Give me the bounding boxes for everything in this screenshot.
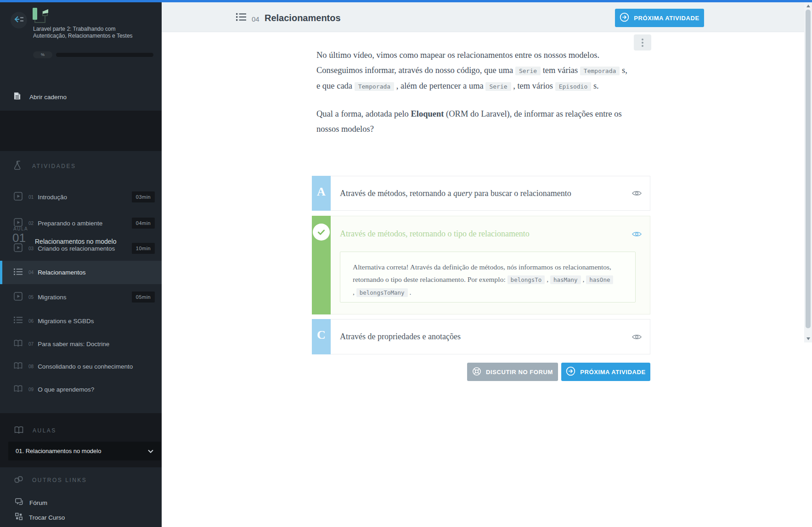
video-icon [14, 192, 23, 202]
item-title: Introdução [38, 194, 67, 201]
option-text: Através de propriedades e anotações [340, 332, 461, 342]
eye-icon[interactable] [632, 334, 642, 340]
chat-icon [15, 498, 23, 507]
discuss-forum-button[interactable]: DISCUTIR NO FORUM [467, 363, 558, 381]
grid-icon [15, 513, 23, 522]
item-title: Migrations e SGBDs [38, 318, 94, 325]
item-number: 09 [28, 387, 34, 392]
activity-number: 04 [252, 15, 259, 23]
duration-badge: 10min [132, 243, 155, 254]
forum-link[interactable]: Fórum [0, 496, 162, 510]
sidebar-item-o-que-aprendemos[interactable]: 09 O que aprendemos? [0, 377, 162, 401]
video-icon [14, 218, 23, 229]
book-icon [14, 426, 23, 436]
lesson-select-value: 01. Relacionamentos no modelo [16, 448, 101, 454]
scrollbar [804, 2, 812, 342]
top-accent-bar [0, 0, 812, 2]
activity-header-bar: 04 Relacionamentos PRÓXIMA ATIVIDADE [162, 2, 812, 32]
kebab-menu-button[interactable] [634, 34, 651, 50]
aulas-header-label: AULAS [33, 427, 56, 434]
scroll-up-arrow[interactable] [804, 3, 812, 9]
course-title: Laravel parte 2: Trabalhando com Autenti… [33, 26, 135, 39]
question-text: No último vídeo, vimos como mapear os re… [316, 48, 629, 137]
item-title: Migrations [38, 294, 66, 301]
item-number: 01 [28, 195, 34, 200]
list-icon [14, 316, 23, 325]
duration-badge: 03min [132, 191, 155, 202]
document-icon [14, 92, 21, 102]
sidebar-item-relacionamentos-active[interactable]: 04 Relacionamentos [0, 261, 162, 284]
correct-option-text: Através de métodos, retornando o tipo de… [340, 229, 530, 239]
sidebar-item-migrations[interactable]: 05 Migrations 05min [0, 285, 162, 309]
next-activity-button-bottom[interactable]: PRÓXIMA ATIVIDADE [561, 363, 650, 381]
arrow-right-circle-icon [566, 366, 575, 377]
answer-option-correct[interactable]: Através de métodos, retornando o tipo de… [312, 216, 650, 314]
sidebar-item-migrations-e-sgbds[interactable]: 06 Migrations e SGBDs [0, 309, 162, 333]
duration-badge: 05min [132, 292, 155, 303]
item-title: O que aprendemos? [38, 386, 94, 393]
eye-icon[interactable] [632, 231, 642, 237]
option-letter: C [312, 319, 331, 354]
sidebar-item-preparando-o-ambiente[interactable]: 02 Preparando o ambiente 04min [0, 211, 162, 235]
question-paragraph-1: No último vídeo, vimos como mapear os re… [316, 48, 629, 94]
eye-icon[interactable] [632, 190, 642, 196]
sidebar-item-consolidando-o-seu-conhecimento[interactable]: 08 Consolidando o seu conhecimento [0, 354, 162, 378]
link-icon [14, 475, 23, 486]
open-notebook-button[interactable]: Abrir caderno [0, 86, 162, 107]
lesson-select-dropdown[interactable]: 01. Relacionamentos no modelo [8, 442, 161, 460]
next-activity-button-top[interactable]: PRÓXIMA ATIVIDADE [615, 9, 704, 27]
next-activity-label: PRÓXIMA ATIVIDADE [634, 15, 699, 22]
duration-badge: 04min [132, 218, 155, 229]
other-links-header-label: OUTROS LINKS [32, 477, 87, 483]
option-letter: A [312, 176, 331, 211]
item-number: 02 [28, 221, 34, 226]
video-icon [14, 243, 23, 254]
next-activity-label: PRÓXIMA ATIVIDADE [580, 369, 646, 376]
page-title: Relacionamentos [265, 13, 341, 23]
other-links-section: OUTROS LINKS Fórum Trocar Curso [0, 467, 162, 527]
sidebar-item-para-saber-mais-doctrine[interactable]: 07 Para saber mais: Doctrine [0, 332, 162, 356]
item-number: 03 [28, 246, 34, 251]
arrow-right-circle-icon [620, 12, 629, 23]
video-icon [14, 292, 23, 303]
book-icon [14, 362, 23, 371]
question-paragraph-2: Qual a forma, adotada pelo Eloquent (ORM… [316, 107, 629, 137]
option-text: Através de métodos, retornando a query p… [340, 189, 571, 198]
aulas-section: AULAS 01. Relacionamentos no modelo [0, 413, 162, 467]
book-icon [14, 339, 23, 349]
answer-option-a[interactable]: A Através de métodos, retornando a query… [312, 176, 650, 211]
collapse-sidebar-button[interactable] [11, 12, 27, 28]
item-number: 04 [28, 270, 34, 275]
item-title: Preparando o ambiente [38, 220, 102, 227]
sidebar-item-criando-os-relacionamentos[interactable]: 03 Criando os relacionamentos 10min [0, 236, 162, 260]
sidebar-item-introducao[interactable]: 01 Introdução 03min [0, 185, 162, 209]
answer-option-c[interactable]: C Através de propriedades e anotações [312, 319, 650, 354]
item-title: Relacionamentos [38, 269, 85, 276]
correct-option-marker [312, 216, 331, 314]
book-icon [14, 385, 23, 394]
forum-label: Fórum [29, 499, 47, 506]
aulas-section-header: AULAS [0, 424, 162, 437]
chevron-down-icon [148, 449, 153, 453]
switch-course-label: Trocar Curso [29, 514, 65, 521]
scroll-down-arrow[interactable] [804, 336, 812, 342]
item-number: 05 [28, 295, 34, 300]
other-links-header: OUTROS LINKS [0, 474, 162, 487]
activities-section-header: ATIVIDADES [0, 160, 162, 173]
footer-actions: DISCUTIR NO FORUM PRÓXIMA ATIVIDADE [312, 363, 650, 381]
check-icon [313, 224, 330, 241]
answer-feedback: Alternativa correta! Através da definiçã… [340, 252, 636, 303]
progress-percent-badge: % [33, 51, 52, 58]
activities-header-label: ATIVIDADES [32, 163, 76, 169]
list-icon [14, 268, 23, 277]
progress-bar [56, 53, 153, 57]
item-title: Consolidando o seu conhecimento [38, 363, 133, 370]
life-ring-icon [472, 367, 481, 377]
flask-icon [14, 160, 23, 172]
current-lesson-banner: AULA 01 Relacionamentos no modelo [0, 111, 162, 151]
switch-course-link[interactable]: Trocar Curso [0, 510, 162, 524]
scrollbar-thumb[interactable] [806, 10, 811, 328]
course-logo [32, 7, 51, 27]
collapse-arrow-icon [14, 16, 24, 25]
item-number: 07 [28, 342, 34, 347]
